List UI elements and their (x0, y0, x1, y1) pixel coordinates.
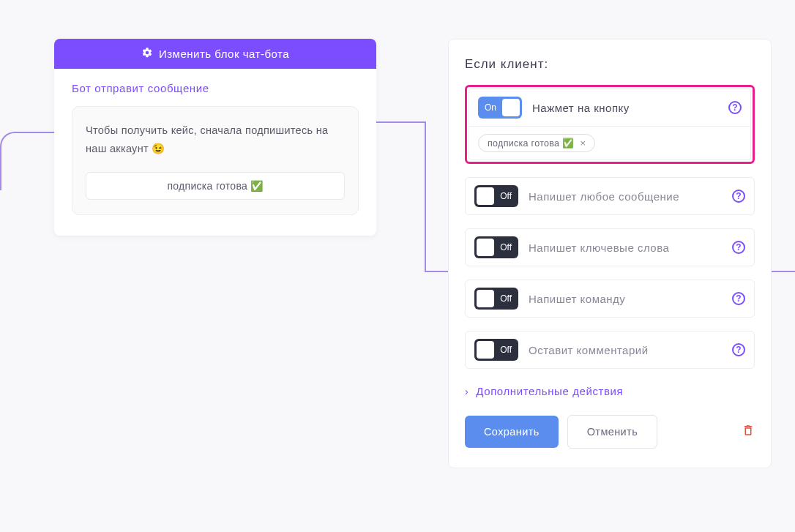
condition-text: Нажмет на кнопку (532, 102, 718, 114)
toggle-knob (477, 290, 494, 307)
condition-row-command[interactable]: Off Напишет команду ? (465, 280, 755, 318)
toggle-label: Off (500, 242, 512, 252)
condition-row-comment[interactable]: Off Оставит комментарий ? (465, 331, 755, 369)
connector-line-left (0, 132, 54, 190)
toggle-knob (502, 99, 520, 116)
connector-line-mid-top (376, 121, 426, 123)
gear-icon (141, 47, 153, 61)
chip-label: подписка готова ✅ (488, 138, 574, 149)
bot-section-label: Бот отправит сообщение (72, 82, 359, 94)
condition-row-keywords[interactable]: Off Напишет ключевые слова ? (465, 228, 755, 266)
toggle-command[interactable]: Off (474, 288, 518, 310)
toggle-label: Off (500, 191, 512, 201)
condition-highlighted-group: On Нажмет на кнопку ? подписка готова ✅ … (465, 85, 755, 164)
trash-icon[interactable] (742, 424, 755, 440)
condition-text: Оставит комментарий (529, 344, 722, 356)
bot-block-card[interactable]: Изменить блок чат-бота Бот отправит сооб… (54, 39, 376, 236)
toggle-knob (477, 187, 494, 205)
chip-remove-icon[interactable]: × (578, 138, 587, 149)
editor-canvas: Изменить блок чат-бота Бот отправит сооб… (0, 0, 795, 532)
conditions-panel-title: Если клиент: (465, 57, 755, 72)
bot-message-box[interactable]: Чтобы получить кейс, сначала подпишитесь… (72, 106, 359, 215)
cancel-button[interactable]: Отменить (567, 415, 657, 449)
connector-line-mid-bot (425, 271, 448, 272)
condition-chip[interactable]: подписка готова ✅ × (478, 134, 595, 152)
chevron-right-icon: › (465, 386, 469, 397)
condition-chip-row: подписка готова ✅ × (469, 126, 751, 160)
help-icon[interactable]: ? (732, 343, 745, 356)
help-icon[interactable]: ? (728, 101, 742, 114)
conditions-panel: Если клиент: On Нажмет на кнопку ? подпи… (448, 39, 772, 468)
bot-message-text: Чтобы получить кейс, сначала подпишитесь… (86, 121, 345, 157)
help-icon[interactable]: ? (732, 190, 745, 203)
condition-row-press-button[interactable]: On Нажмет на кнопку ? (469, 89, 751, 126)
toggle-knob (477, 239, 494, 256)
bot-block-header-text: Изменить блок чат-бота (159, 48, 289, 60)
condition-text: Напишет ключевые слова (529, 241, 722, 254)
toggle-label: Off (500, 293, 512, 304)
panel-footer-buttons: Сохранить Отменить (465, 415, 755, 449)
help-icon[interactable]: ? (732, 292, 745, 305)
toggle-label: On (485, 102, 496, 113)
bot-block-header[interactable]: Изменить блок чат-бота (54, 39, 376, 69)
toggle-keywords[interactable]: Off (474, 236, 518, 258)
additional-actions-label: Дополнительные действия (476, 385, 623, 397)
bot-block-body: Бот отправит сообщение Чтобы получить ке… (54, 69, 376, 236)
toggle-press-button[interactable]: On (478, 97, 522, 119)
condition-text: Напишет команду (529, 293, 722, 305)
condition-text: Напишет любое сообщение (529, 190, 722, 203)
condition-row-any-message[interactable]: Off Напишет любое сообщение ? (465, 177, 755, 215)
connector-line-mid-vert (425, 121, 426, 272)
toggle-knob (477, 341, 494, 359)
additional-actions-toggle[interactable]: › Дополнительные действия (465, 385, 755, 397)
save-button[interactable]: Сохранить (465, 416, 559, 448)
toggle-any-message[interactable]: Off (474, 185, 518, 207)
connector-line-right (772, 271, 795, 272)
toggle-label: Off (500, 345, 512, 355)
help-icon[interactable]: ? (732, 241, 745, 254)
bot-message-button[interactable]: подписка готова ✅ (86, 172, 345, 200)
toggle-comment[interactable]: Off (474, 339, 518, 361)
